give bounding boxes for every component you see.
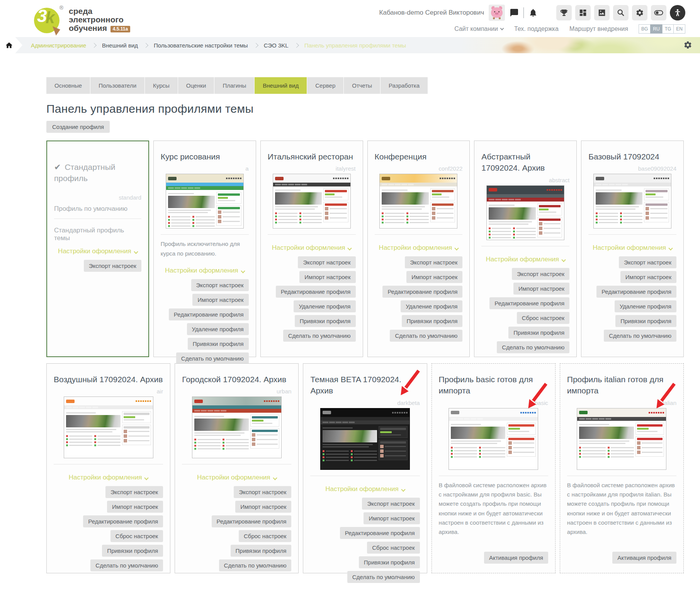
card-action-button[interactable]: Редактирование профиля — [489, 297, 569, 309]
card-action-button[interactable]: Привязки профиля — [402, 315, 463, 327]
card-action-button[interactable]: Экспорт настроек — [362, 498, 420, 510]
card-action-button[interactable]: Удаление профиля — [615, 300, 676, 312]
card-action-button[interactable]: Сброс настроек — [517, 312, 569, 324]
breadcrumb-item[interactable]: Администрирование — [31, 42, 86, 49]
home-button[interactable] — [0, 37, 22, 53]
messages-icon[interactable] — [510, 8, 519, 17]
tab-отчеты[interactable]: Отчеты — [344, 77, 381, 94]
design-settings-toggle[interactable]: Настройки оформления — [481, 256, 569, 263]
card-action-button[interactable]: Привязки профиля — [231, 545, 292, 557]
card-action-button[interactable]: Редактирование профиля — [596, 286, 676, 298]
card-action-button[interactable]: Импорт настроек — [513, 283, 569, 295]
card-action-button[interactable]: Сделать по умолчанию — [497, 341, 569, 353]
card-action-button[interactable]: Сброс настроек — [110, 530, 163, 542]
card-action-button[interactable]: Редактирование профиля — [340, 527, 420, 539]
card-action-button[interactable]: Экспорт настроек — [234, 486, 291, 498]
language-button-tg[interactable]: TG — [662, 24, 674, 34]
card-action-button[interactable]: Сделать по умолчанию — [90, 559, 163, 571]
design-settings-toggle[interactable]: Настройки оформления — [54, 247, 141, 255]
card-action-button[interactable]: Импорт настроек — [107, 501, 163, 513]
tech-support-link[interactable]: Тех. поддержка — [514, 25, 559, 32]
breadcrumb-item[interactable]: Внешний вид — [102, 42, 138, 49]
card-action-button[interactable]: Удаление профиля — [294, 300, 355, 312]
create-profile-button[interactable]: Создание профиля — [46, 121, 110, 133]
thumb-avatar — [124, 430, 127, 433]
language-button-bg[interactable]: BG — [639, 24, 651, 34]
tab-оценки[interactable]: Оценки — [178, 77, 215, 94]
card-action-button[interactable]: Экспорт настроек — [105, 486, 163, 498]
company-site-link[interactable]: Сайт компании — [454, 25, 503, 32]
card-action-button[interactable]: Сброс настроек — [239, 530, 291, 542]
card-action-button[interactable]: Сделать по умолчанию — [176, 352, 249, 364]
card-action-button[interactable]: Сделать по умолчанию — [604, 330, 676, 342]
search-button[interactable] — [613, 5, 629, 20]
card-action-button[interactable]: Привязки профиля — [295, 315, 356, 327]
design-settings-label: Настройки оформления — [197, 474, 270, 481]
card-action-button[interactable]: Экспорт настроек — [191, 279, 249, 291]
card-action-button[interactable]: Редактирование профиля — [83, 515, 163, 527]
card-action-button[interactable]: Редактирование профиля — [276, 286, 356, 298]
card-action-button[interactable]: Экспорт настроек — [619, 256, 676, 268]
language-button-en[interactable]: EN — [673, 24, 685, 34]
card-action-button[interactable]: Привязки профиля — [615, 315, 676, 327]
user-avatar-pig[interactable] — [489, 5, 505, 21]
toggle-mode-button[interactable] — [651, 5, 666, 20]
page-settings-gear-icon[interactable] — [683, 41, 692, 49]
card-action-button[interactable]: Активация профиля — [484, 552, 548, 564]
card-action-button[interactable]: Сделать по умолчанию — [347, 571, 420, 583]
card-action-button[interactable]: Импорт настроек — [406, 271, 462, 283]
card-action-button[interactable]: Сброс настроек — [367, 542, 420, 554]
breadcrumb-item[interactable]: Пользовательские настройки темы — [154, 42, 248, 49]
card-action-button[interactable]: Сделать по умолчанию — [390, 330, 462, 342]
app-logo[interactable]: ® 3 k среда электронного обучения 4.5.11… — [34, 0, 130, 37]
image-collage-button[interactable] — [594, 5, 610, 20]
card-action-button[interactable]: Привязки профиля — [359, 556, 420, 568]
card-action-button[interactable]: Импорт настроек — [620, 271, 676, 283]
trophy-button[interactable] — [556, 5, 572, 20]
card-action-button[interactable]: Импорт настроек — [299, 271, 355, 283]
card-action-button[interactable]: Импорт настроек — [192, 294, 248, 306]
design-settings-toggle[interactable]: Настройки оформления — [182, 474, 291, 481]
design-settings-toggle[interactable]: Настройки оформления — [310, 485, 420, 493]
card-action-button[interactable]: Редактирование профиля — [169, 308, 249, 320]
card-action-button[interactable]: Экспорт настроек — [84, 260, 141, 272]
user-name[interactable]: Кабанов-demo Сергей Викторович — [379, 9, 484, 17]
card-action-button[interactable]: Активация профиля — [612, 552, 676, 564]
card-action-button[interactable]: Редактирование профиля — [212, 515, 292, 527]
design-settings-toggle[interactable]: Настройки оформления — [375, 244, 463, 252]
card-action-button[interactable]: Сделать по умолчанию — [283, 330, 356, 342]
notifications-bell-icon[interactable] — [528, 8, 538, 17]
settings-gear-button[interactable] — [632, 5, 647, 20]
card-action-button[interactable]: Экспорт настроек — [405, 256, 462, 268]
card-action-button[interactable]: Экспорт настроек — [512, 268, 569, 280]
design-settings-toggle[interactable]: Настройки оформления — [588, 244, 676, 252]
tab-основные[interactable]: Основные — [46, 77, 90, 94]
tab-внешний-вид[interactable]: Внешний вид — [255, 77, 307, 94]
card-action-button[interactable]: Импорт настроек — [235, 501, 291, 513]
design-settings-toggle[interactable]: Настройки оформления — [161, 267, 249, 274]
dashboard-grid-button[interactable] — [575, 5, 591, 20]
tab-плагины[interactable]: Плагины — [214, 77, 255, 94]
tab-разработка[interactable]: Разработка — [381, 77, 428, 94]
thumb-avatar — [508, 446, 512, 449]
card-action-button[interactable]: Привязки профиля — [508, 327, 569, 339]
card-action-button[interactable]: Удаление профиля — [401, 300, 462, 312]
card-action-button[interactable]: Сделать по умолчанию — [219, 559, 292, 571]
thumb-avatar — [380, 449, 384, 453]
tab-пользователи[interactable]: Пользователи — [90, 77, 145, 94]
card-action-button[interactable]: Привязки профиля — [102, 545, 163, 557]
card-action-button[interactable]: Экспорт настроек — [298, 256, 355, 268]
language-button-ru[interactable]: RU — [650, 24, 662, 34]
card-action-button[interactable]: Импорт настроек — [364, 512, 420, 524]
implementation-route-link[interactable]: Маршрут внедрения — [569, 25, 628, 32]
design-settings-toggle[interactable]: Настройки оформления — [54, 474, 163, 481]
accessibility-button[interactable] — [670, 5, 685, 20]
design-settings-toggle[interactable]: Настройки оформления — [268, 244, 356, 252]
tab-курсы[interactable]: Курсы — [145, 77, 178, 94]
tab-сервер[interactable]: Сервер — [307, 77, 344, 94]
card-action-button[interactable]: Привязки профиля — [188, 338, 249, 350]
card-action-button[interactable]: Удаление профиля — [187, 323, 249, 335]
implementation-route-label: Маршрут внедрения — [569, 25, 628, 32]
breadcrumb-item[interactable]: СЭО 3KL — [264, 42, 289, 49]
card-action-button[interactable]: Редактирование профиля — [382, 286, 462, 298]
